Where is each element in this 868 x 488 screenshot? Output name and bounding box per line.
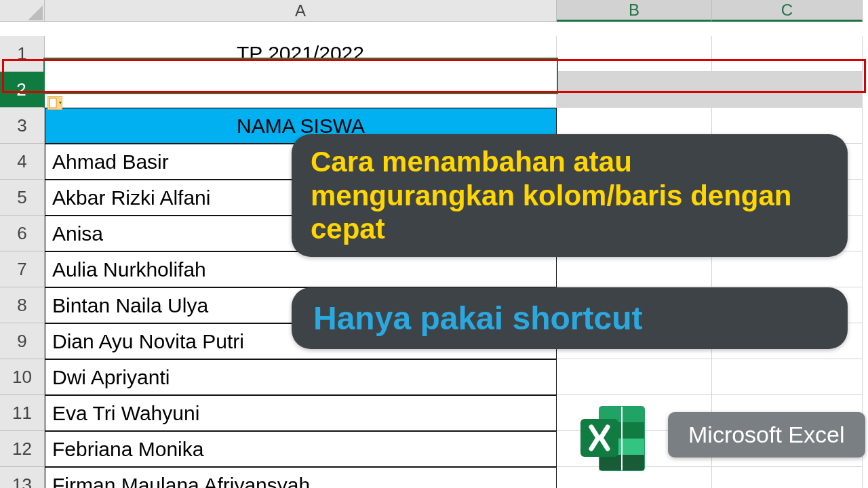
select-all-triangle-icon — [28, 5, 43, 20]
overlay-app-label: Microsoft Excel — [668, 412, 865, 458]
row-header-3[interactable]: 3 — [0, 108, 45, 144]
cell-empty[interactable] — [712, 359, 863, 395]
row-header-1[interactable]: 1 — [0, 36, 45, 72]
cell-empty[interactable] — [712, 467, 863, 488]
cell-empty[interactable] — [712, 251, 863, 287]
row-header[interactable]: 11 — [0, 395, 45, 431]
cell-name[interactable]: Firman Maulana Afriyansyah — [45, 467, 557, 488]
column-header-B[interactable]: B — [557, 0, 712, 22]
row-header[interactable]: 13 — [0, 467, 45, 488]
cell-name[interactable]: Aulia Nurkholifah — [45, 251, 557, 287]
excel-icon — [576, 401, 651, 476]
column-header-A[interactable]: A — [45, 0, 557, 22]
cell-name[interactable]: Dwi Apriyanti — [45, 359, 557, 395]
svg-marker-0 — [28, 5, 43, 20]
cell-C1[interactable] — [712, 36, 863, 72]
overlay-title: Cara menambahan atau mengurangkan kolom/… — [292, 134, 848, 257]
insert-options-icon[interactable] — [47, 96, 62, 110]
row-header[interactable]: 5 — [0, 180, 45, 216]
cell-name[interactable]: Eva Tri Wahyuni — [45, 395, 557, 431]
row-header[interactable]: 6 — [0, 216, 45, 251]
column-header-C[interactable]: C — [712, 0, 863, 22]
cell-B1[interactable] — [557, 36, 712, 72]
cell-A1[interactable]: TP 2021/2022 — [45, 36, 557, 72]
cell-empty[interactable] — [557, 251, 712, 287]
overlay-subtitle: Hanya pakai shortcut — [292, 287, 848, 349]
row-header-2[interactable]: 2 — [0, 72, 45, 108]
cell-B2[interactable] — [557, 72, 712, 108]
cell-empty[interactable] — [557, 359, 712, 395]
cell-name[interactable]: Febriana Monika — [45, 431, 557, 467]
select-all-corner[interactable] — [0, 0, 45, 22]
cell-A2[interactable] — [45, 72, 557, 108]
cell-C2[interactable] — [712, 72, 863, 108]
row-header[interactable]: 12 — [0, 431, 45, 467]
row-header[interactable]: 4 — [0, 144, 45, 180]
row-header[interactable]: 8 — [0, 287, 45, 323]
svg-rect-2 — [50, 98, 56, 108]
row-header[interactable]: 7 — [0, 251, 45, 287]
row-header[interactable]: 10 — [0, 359, 45, 395]
row-header[interactable]: 9 — [0, 323, 45, 359]
